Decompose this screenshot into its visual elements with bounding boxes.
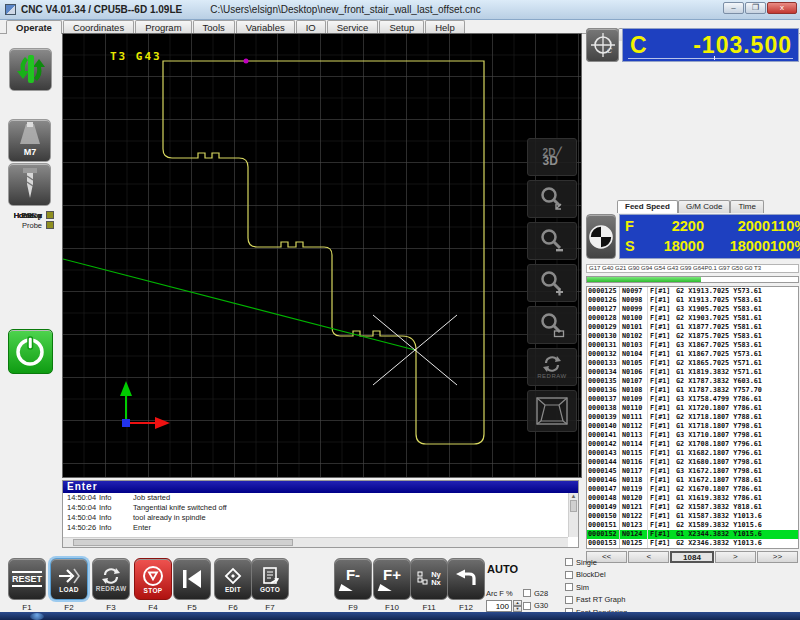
main-tab[interactable]: Tools [193, 20, 235, 33]
tool-change-button[interactable] [9, 48, 52, 91]
gcode-row[interactable]: 0000152 N0124 F[#1] G1 X2344.3832 Y1015.… [587, 530, 798, 539]
log-vertical-scrollbar[interactable]: ▲ [568, 493, 578, 537]
gcode-row[interactable]: 0000136 N0108 F[#1] G1 X1787.3832 Y757.7… [587, 386, 798, 395]
gcode-row[interactable]: 0000125 N0097 F[#1] G2 X1913.7025 Y573.6… [587, 287, 798, 296]
option-checkbox-row[interactable]: G30 [523, 600, 548, 613]
main-tab[interactable]: Variables [236, 20, 295, 33]
gcode-row[interactable]: 0000130 N0102 F[#1] G2 X1875.7025 Y583.6… [587, 332, 798, 341]
option-checkbox-row[interactable]: Fast RT Graph [565, 594, 627, 607]
toolpath-canvas[interactable]: T3 G43 2D╱ [62, 33, 582, 478]
main-tab[interactable]: Coordinates [63, 20, 134, 33]
gcode-row[interactable]: 0000145 N0117 F[#1] G3 X1672.1807 Y798.6… [587, 467, 798, 476]
gcode-row[interactable]: 0000133 N0105 F[#1] G2 X1865.7025 Y571.6… [587, 359, 798, 368]
edit-label: EDIT [225, 586, 241, 593]
gcode-row[interactable]: 0000141 N0113 F[#1] G3 X1710.1807 Y798.6… [587, 431, 798, 440]
checkbox[interactable] [565, 596, 573, 604]
gcode-row[interactable]: 0000151 N0123 F[#1] G2 X1589.3832 Y1015.… [587, 521, 798, 530]
spindle-button[interactable] [586, 214, 616, 259]
minimize-button[interactable]: – [723, 2, 744, 14]
coolant-m7-button[interactable]: M7 [8, 119, 51, 162]
gcode-feed-word: F[#1] [648, 512, 674, 521]
reset-button[interactable]: RESET [8, 558, 46, 600]
renumber-button[interactable]: Ny Nx [410, 558, 448, 600]
page-next-button[interactable]: > [715, 551, 756, 563]
gcode-row[interactable]: 0000142 N0114 F[#1] G2 X1708.1807 Y796.6… [587, 440, 798, 449]
gcode-row[interactable]: 0000138 N0110 F[#1] G1 X1720.1807 Y786.6… [587, 404, 798, 413]
main-tab[interactable]: Program [135, 20, 191, 33]
arc-feed-stepper[interactable]: ▲▼ [513, 600, 522, 612]
checkbox[interactable] [565, 571, 573, 579]
option-checkbox-row[interactable]: Sim [565, 581, 627, 594]
gcode-row[interactable]: 0000134 N0106 F[#1] G1 X1819.3832 Y571.6… [587, 368, 798, 377]
edit-button[interactable]: EDIT [214, 558, 252, 600]
view-3d-box-button[interactable] [527, 390, 577, 432]
main-tab[interactable]: Service [327, 20, 379, 33]
page-number-field[interactable]: 1084 [670, 551, 713, 563]
zoom-out-button[interactable] [527, 222, 577, 260]
power-start-button[interactable] [8, 329, 53, 374]
load-button[interactable]: LOAD [50, 558, 88, 600]
gcode-row[interactable]: 0000147 N0119 F[#1] G2 X1670.1807 Y786.6… [587, 485, 798, 494]
gcode-command: G2 X1875.7025 Y583.61 [674, 332, 798, 341]
start-orb[interactable] [30, 613, 44, 620]
maximize-button[interactable]: ❐ [745, 2, 766, 14]
gcode-row[interactable]: 0000153 N0125 F[#1] G2 X2346.3832 Y1013.… [587, 539, 798, 548]
feed-minus-button[interactable]: F- [334, 558, 372, 600]
canvas-redraw-button[interactable]: REDRAW [527, 348, 577, 386]
gcode-row[interactable]: 0000131 N0103 F[#1] G3 X1867.7025 Y583.6… [587, 341, 798, 350]
page-prev-button[interactable]: < [628, 551, 669, 563]
log-horizontal-scrollbar[interactable] [63, 537, 568, 547]
main-tab[interactable]: Help [425, 20, 465, 33]
gcode-row[interactable]: 0000144 N0116 F[#1] G2 X1680.1807 Y798.6… [587, 458, 798, 467]
spindle-tool-button[interactable] [8, 163, 51, 206]
arc-feed-input[interactable]: 100 [486, 600, 512, 612]
page-last-button[interactable]: >> [757, 551, 798, 563]
gcode-row[interactable]: 0000129 N0101 F[#1] G1 X1877.7025 Y581.6… [587, 323, 798, 332]
gcode-list[interactable]: 0000125 N0097 F[#1] G2 X1913.7025 Y573.6… [586, 286, 799, 549]
redraw-button[interactable]: REDRAW [92, 558, 130, 600]
stop-button[interactable]: STOP [134, 558, 172, 600]
gcode-row[interactable]: 0000150 N0122 F[#1] G1 X1587.3832 Y1013.… [587, 512, 798, 521]
gcode-row[interactable]: 0000139 N0111 F[#1] G2 X1718.1807 Y788.6… [587, 413, 798, 422]
gcode-feed-word: F[#1] [648, 305, 674, 314]
main-tab[interactable]: Setup [379, 20, 424, 33]
gcode-line-number: 0000150 [587, 512, 620, 521]
zoom-window-button[interactable] [527, 306, 577, 344]
option-checkbox-row[interactable]: Single [565, 556, 627, 569]
feed-tab[interactable]: Feed Speed [617, 200, 678, 213]
checkbox[interactable] [523, 602, 531, 610]
zoom-in-button[interactable] [527, 264, 577, 302]
tool-change-icon [11, 49, 51, 89]
feed-plus-button[interactable]: F+ [373, 558, 411, 600]
close-button[interactable]: x [767, 2, 797, 14]
back-button[interactable] [447, 558, 485, 600]
checkbox[interactable] [523, 589, 531, 597]
gcode-row[interactable]: 0000146 N0118 F[#1] G1 X1672.1807 Y788.6… [587, 476, 798, 485]
gcode-row[interactable]: 0000137 N0109 F[#1] G3 X1758.4799 Y786.6… [587, 395, 798, 404]
gcode-row[interactable]: 0000127 N0099 F[#1] G3 X1905.7025 Y583.6… [587, 305, 798, 314]
main-tab[interactable]: Operate [6, 20, 62, 34]
axis-zero-button[interactable]: C [586, 28, 619, 62]
gcode-row[interactable]: 0000126 N0098 F[#1] G1 X1913.7025 Y583.6… [587, 296, 798, 305]
gcode-row[interactable]: 0000132 N0104 F[#1] G1 X1867.7025 Y573.6… [587, 350, 798, 359]
checkbox[interactable] [565, 558, 573, 566]
goto-button[interactable]: GOTO [251, 558, 289, 600]
gcode-row[interactable]: 0000128 N0100 F[#1] G2 X1903.7025 Y581.6… [587, 314, 798, 323]
zoom-fit-button[interactable] [527, 180, 577, 218]
gcode-row[interactable]: 0000140 N0112 F[#1] G1 X1718.1807 Y798.6… [587, 422, 798, 431]
gcode-row[interactable]: 0000148 N0120 F[#1] G1 X1619.3832 Y786.6… [587, 494, 798, 503]
option-checkbox-row[interactable]: BlockDel [565, 569, 627, 582]
gcode-row[interactable]: 0000149 N0121 F[#1] G2 X1587.3832 Y818.6… [587, 503, 798, 512]
checkbox[interactable] [565, 583, 573, 591]
rewind-button[interactable] [173, 558, 211, 600]
gcode-line-number: 0000142 [587, 440, 620, 449]
gcode-row[interactable]: 0000135 N0107 F[#1] G2 X1787.3832 Y603.6… [587, 377, 798, 386]
gcode-line-number: 0000128 [587, 314, 620, 323]
main-tab[interactable]: IO [296, 20, 326, 33]
feed-tab[interactable]: G/M Code [678, 200, 730, 213]
feed-tab[interactable]: Time [730, 200, 763, 213]
gcode-row[interactable]: 0000143 N0115 F[#1] G1 X1682.1807 Y796.6… [587, 449, 798, 458]
view-2d-3d-button[interactable]: 2D╱ 3D [527, 138, 577, 176]
os-taskbar[interactable] [0, 612, 800, 620]
option-checkbox-row[interactable]: G28 [523, 587, 548, 600]
